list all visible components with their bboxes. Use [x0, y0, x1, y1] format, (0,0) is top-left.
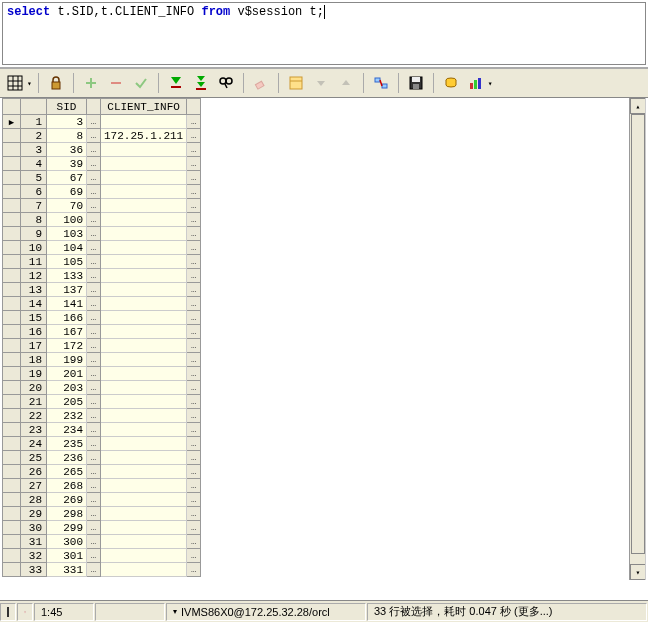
table-row[interactable]: 12133……: [3, 269, 201, 283]
cell-sid[interactable]: 167: [47, 325, 87, 339]
cell-sid[interactable]: 205: [47, 395, 87, 409]
cell-editor-button[interactable]: …: [187, 507, 201, 521]
cell-editor-button[interactable]: …: [187, 297, 201, 311]
cell-editor-button[interactable]: …: [187, 325, 201, 339]
table-row[interactable]: 13137……: [3, 283, 201, 297]
cell-clientinfo[interactable]: [101, 381, 187, 395]
cell-clientinfo[interactable]: [101, 409, 187, 423]
table-row[interactable]: 567……: [3, 171, 201, 185]
table-row[interactable]: 31300……: [3, 535, 201, 549]
cell-editor-button[interactable]: …: [187, 129, 201, 143]
scroll-thumb[interactable]: [631, 114, 645, 554]
cell-sid[interactable]: 269: [47, 493, 87, 507]
cell-editor-button[interactable]: …: [87, 325, 101, 339]
row-selector[interactable]: [3, 549, 21, 563]
cell-clientinfo[interactable]: [101, 283, 187, 297]
single-record-button[interactable]: [285, 72, 307, 94]
cell-clientinfo[interactable]: [101, 339, 187, 353]
dropdown-arrow-icon[interactable]: ▾: [488, 79, 493, 88]
cell-sid[interactable]: 39: [47, 157, 87, 171]
cell-sid[interactable]: 234: [47, 423, 87, 437]
cell-clientinfo[interactable]: [101, 465, 187, 479]
cell-sid[interactable]: 236: [47, 451, 87, 465]
row-selector[interactable]: [3, 157, 21, 171]
cell-editor-button[interactable]: …: [87, 255, 101, 269]
table-row[interactable]: 18199……: [3, 353, 201, 367]
cell-editor-button[interactable]: …: [87, 241, 101, 255]
row-selector[interactable]: [3, 409, 21, 423]
table-row[interactable]: 29298……: [3, 507, 201, 521]
cell-editor-button[interactable]: …: [87, 227, 101, 241]
cell-sid[interactable]: 166: [47, 311, 87, 325]
cell-editor-button[interactable]: …: [187, 269, 201, 283]
cell-clientinfo[interactable]: [101, 143, 187, 157]
cell-clientinfo[interactable]: [101, 213, 187, 227]
cell-sid[interactable]: 301: [47, 549, 87, 563]
cell-editor-button[interactable]: …: [87, 437, 101, 451]
table-row[interactable]: 25236……: [3, 451, 201, 465]
row-selector[interactable]: [3, 465, 21, 479]
cell-sid[interactable]: 172: [47, 339, 87, 353]
find-button[interactable]: [215, 72, 237, 94]
cell-sid[interactable]: 268: [47, 479, 87, 493]
cell-editor-button[interactable]: …: [187, 339, 201, 353]
cell-editor-button[interactable]: …: [87, 479, 101, 493]
table-row[interactable]: 11105……: [3, 255, 201, 269]
cell-editor-button[interactable]: …: [87, 199, 101, 213]
cell-sid[interactable]: 105: [47, 255, 87, 269]
linked-query-button[interactable]: [370, 72, 392, 94]
cell-sid[interactable]: 199: [47, 353, 87, 367]
table-row[interactable]: 28269……: [3, 493, 201, 507]
cell-sid[interactable]: 137: [47, 283, 87, 297]
cell-editor-button[interactable]: …: [187, 549, 201, 563]
row-selector[interactable]: [3, 297, 21, 311]
cell-sid[interactable]: 8: [47, 129, 87, 143]
row-selector[interactable]: [3, 325, 21, 339]
row-selector[interactable]: [3, 227, 21, 241]
sql-editor[interactable]: select t.SID,t.CLIENT_INFO from v$sessio…: [2, 2, 646, 65]
cell-clientinfo[interactable]: [101, 185, 187, 199]
cell-editor-button[interactable]: …: [87, 381, 101, 395]
cell-clientinfo[interactable]: [101, 549, 187, 563]
table-row[interactable]: 13……: [3, 115, 201, 129]
cell-editor-button[interactable]: …: [87, 297, 101, 311]
lock-button[interactable]: [45, 72, 67, 94]
cell-editor-button[interactable]: …: [87, 549, 101, 563]
cell-editor-button[interactable]: …: [87, 465, 101, 479]
cell-editor-button[interactable]: …: [187, 157, 201, 171]
cell-sid[interactable]: 265: [47, 465, 87, 479]
row-selector[interactable]: [3, 479, 21, 493]
cell-editor-button[interactable]: …: [87, 129, 101, 143]
cell-clientinfo[interactable]: [101, 423, 187, 437]
table-row[interactable]: 27268……: [3, 479, 201, 493]
cell-editor-button[interactable]: …: [187, 213, 201, 227]
cell-editor-button[interactable]: …: [187, 423, 201, 437]
cell-editor-button[interactable]: …: [187, 283, 201, 297]
delete-record-button[interactable]: [105, 72, 127, 94]
cell-clientinfo[interactable]: [101, 115, 187, 129]
cell-editor-button[interactable]: …: [187, 115, 201, 129]
cell-sid[interactable]: 3: [47, 115, 87, 129]
cell-editor-button[interactable]: …: [87, 311, 101, 325]
cell-editor-button[interactable]: …: [87, 353, 101, 367]
save-button[interactable]: [405, 72, 427, 94]
cell-editor-button[interactable]: …: [187, 493, 201, 507]
connection-selector[interactable]: ▾IVMS86X0@172.25.32.28/orcl: [166, 603, 366, 621]
cell-clientinfo[interactable]: [101, 199, 187, 213]
table-row[interactable]: 336……: [3, 143, 201, 157]
cell-clientinfo[interactable]: [101, 451, 187, 465]
cell-editor-button[interactable]: …: [187, 521, 201, 535]
row-selector[interactable]: [3, 115, 21, 129]
table-row[interactable]: 17172……: [3, 339, 201, 353]
row-selector[interactable]: [3, 493, 21, 507]
cell-sid[interactable]: 201: [47, 367, 87, 381]
table-row[interactable]: 21205……: [3, 395, 201, 409]
table-row[interactable]: 28…172.25.1.211…: [3, 129, 201, 143]
cell-sid[interactable]: 300: [47, 535, 87, 549]
cell-sid[interactable]: 203: [47, 381, 87, 395]
cell-editor-button[interactable]: …: [187, 311, 201, 325]
row-selector[interactable]: [3, 381, 21, 395]
table-row[interactable]: 770……: [3, 199, 201, 213]
cell-clientinfo[interactable]: [101, 269, 187, 283]
cell-editor-button[interactable]: …: [187, 465, 201, 479]
